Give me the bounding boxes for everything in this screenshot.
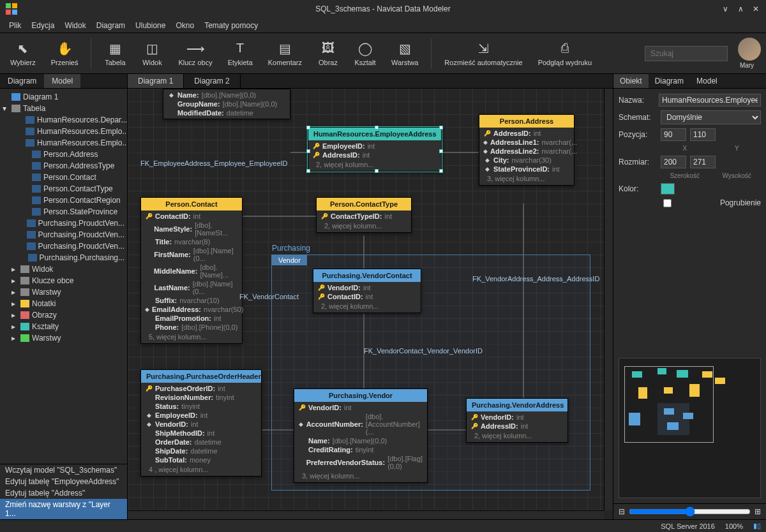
schemat-select[interactable]: Domyślnie — [661, 110, 761, 124]
entity-field[interactable]: NameStyle: [dbo].[NameSt... — [141, 221, 242, 237]
tree-table-item[interactable]: Person.ContactRegion — [0, 195, 127, 206]
entity-poh[interactable]: Purchasing.PurchaseOrderHeader🔑PurchaseO… — [140, 369, 262, 477]
canvas-tab[interactable]: Diagram 2 — [184, 74, 240, 88]
entity-field[interactable]: CreditRating: tinyint — [294, 445, 427, 454]
entity-field[interactable]: OrderDate: datetime — [141, 438, 261, 447]
entity-field[interactable]: 🔑ContactTypeID: int — [317, 212, 411, 221]
entity-vcontact[interactable]: Purchasing.VendorContact🔑VendorID: int🔑C… — [313, 269, 421, 313]
entity-field[interactable]: ShipMethodID: int — [141, 429, 261, 438]
size-h-input[interactable] — [690, 156, 716, 168]
menu-diagram[interactable]: Diagram — [93, 20, 129, 31]
entity-field[interactable]: Phone: [dbo].[Phone](0,0) — [141, 323, 242, 332]
entity-field[interactable]: Name: [dbo].[Name](0,0) — [294, 436, 427, 445]
more-columns[interactable]: 5, więcej kolumn... — [141, 332, 242, 342]
tree-table-item[interactable]: Purchasing.Purchasing... — [0, 252, 127, 263]
entity-field[interactable]: GroupName: [dbo].[Name](0,0) — [163, 100, 290, 108]
more-columns[interactable]: 2, więcej kolumn... — [467, 431, 567, 441]
tool-print[interactable]: ⎙Podgląd wydruku — [533, 38, 597, 69]
tree-shape[interactable]: ▸Kształty — [0, 321, 127, 332]
tree-tabela-folder[interactable]: ▾Tabela — [0, 103, 127, 114]
tool-hand[interactable]: ✋Przenieś — [46, 38, 84, 69]
zoom-out-icon[interactable]: ⊟ — [619, 507, 625, 516]
entity-field[interactable]: ◆EmailAddress: nvarchar(50) — [141, 305, 242, 314]
more-columns[interactable]: 4 , więcej kolumn... — [141, 464, 261, 475]
tree-table-item[interactable]: Purchasing.ProudctVen... — [0, 240, 127, 252]
entity-field[interactable]: SubTotal: money — [141, 455, 261, 464]
tool-view[interactable]: ◫Widok — [136, 38, 168, 69]
tool-shape[interactable]: ◯Kształt — [349, 38, 381, 69]
model-tree[interactable]: Diagram 1▾TabelaHumanResources.Depar...H… — [0, 89, 127, 464]
tool-cursor[interactable]: ⬉Wybierz — [5, 38, 41, 69]
diagram-canvas[interactable]: Purchasing Vendor ◆Name: [dbo].[Name](0,… — [128, 89, 613, 519]
entity-header[interactable]: Purchasing.VendorAddress — [467, 399, 567, 411]
tree-table-item[interactable]: Person.Address — [0, 149, 127, 160]
entity-ctype[interactable]: Person.ContactType🔑ContactTypeID: int2, … — [316, 197, 412, 233]
tree-table-item[interactable]: Purchasing.ProudctVen... — [0, 218, 127, 229]
menu-plik[interactable]: Plik — [5, 20, 25, 31]
tree-view[interactable]: ▸Widok — [0, 263, 127, 275]
entity-dept[interactable]: ◆Name: [dbo].[Name](0,0)GroupName: [dbo]… — [163, 89, 290, 119]
history-list[interactable]: Wczytaj model "SQL_3schemas"Edytuj tabel… — [0, 464, 127, 519]
resize-handle[interactable] — [439, 149, 443, 153]
entity-field[interactable]: 🔑VendorID: int — [294, 403, 427, 412]
tree-table-item[interactable]: HumanResources.Emplo... — [0, 126, 127, 137]
minimap-viewport[interactable] — [624, 366, 714, 443]
left-tab-model[interactable]: Model — [44, 74, 80, 88]
tree-fk[interactable]: ▸Klucze obce — [0, 275, 127, 286]
entity-field[interactable]: ◆VendorID: int — [141, 420, 261, 429]
prop-tab-diagram[interactable]: Diagram — [649, 74, 690, 88]
prop-tab-model[interactable]: Model — [690, 74, 724, 88]
tree-table-item[interactable]: Purchasing.ProudctVen... — [0, 229, 127, 240]
size-w-input[interactable] — [661, 156, 686, 168]
tree-layer2[interactable]: ▸Warstwy — [0, 332, 127, 344]
more-columns[interactable]: 2, więcej kolumn... — [313, 301, 421, 311]
canvas-tab[interactable]: Diagram 1 — [128, 74, 184, 88]
tool-fk[interactable]: ⟶Klucz obcy — [173, 38, 217, 69]
entity-header[interactable]: Purchasing.PurchaseOrderHeader — [141, 370, 261, 383]
entity-addr[interactable]: Person.Address🔑AddressID: int◆AddressLin… — [479, 114, 574, 186]
tree-note[interactable]: ▸Notatki — [0, 298, 127, 309]
entity-header[interactable]: Person.Address — [479, 115, 574, 128]
entity-field[interactable]: ◆AddressLine1: nvarchar(... — [479, 138, 574, 147]
entity-field[interactable]: 🔑AddressID: int — [479, 129, 574, 138]
more-columns[interactable]: 3, więcej kolumn... — [479, 174, 574, 184]
entity-header[interactable]: Purchasing.VendorContact — [313, 269, 421, 282]
more-columns[interactable]: 3, więcej kolumn... — [294, 471, 427, 481]
menu-ulubione[interactable]: Ulubione — [131, 20, 169, 31]
history-item[interactable]: Wczytaj model "SQL_3schemas" — [0, 464, 127, 476]
horizontal-scrollbar[interactable] — [128, 510, 604, 519]
resize-handle[interactable] — [439, 126, 443, 129]
entity-field[interactable]: RevisionNumber: tinyint — [141, 393, 261, 402]
entity-header[interactable]: Person.ContactType — [317, 198, 411, 211]
entity-field[interactable]: 🔑ContactID: int — [141, 212, 242, 221]
entity-header[interactable]: Purchasing.Vendor — [294, 389, 427, 402]
entity-field[interactable]: Status: tinyint — [141, 402, 261, 411]
entity-field[interactable]: ShipDate: datetime — [141, 447, 261, 455]
tree-table-item[interactable]: HumanResources.Depar... — [0, 114, 127, 126]
resize-handle[interactable] — [306, 169, 310, 173]
tree-diagram-root[interactable]: Diagram 1 — [0, 91, 127, 103]
resize-handle[interactable] — [306, 126, 310, 129]
layer-tab[interactable]: Vendor — [272, 255, 307, 265]
tree-table-item[interactable]: HumanResources.Emplo... — [0, 137, 127, 149]
tree-image[interactable]: ▸Obrazy — [0, 309, 127, 321]
entity-field[interactable]: 🔑VendorID: int — [313, 283, 421, 292]
more-columns[interactable]: 2, więcej kolumn... — [308, 159, 441, 170]
entity-field[interactable]: 🔑VendorID: int — [467, 413, 567, 422]
tree-table-item[interactable]: Person.Contact — [0, 172, 127, 183]
tree-table-item[interactable]: Person.ContactType — [0, 183, 127, 195]
zoom-slider[interactable] — [629, 506, 751, 517]
color-swatch[interactable] — [661, 183, 675, 195]
entity-vaddr[interactable]: Purchasing.VendorAddress🔑VendorID: int🔑A… — [466, 398, 568, 443]
entity-field[interactable]: ModifiedDate: datetime — [163, 108, 290, 117]
bold-checkbox[interactable] — [619, 199, 716, 207]
entity-field[interactable]: ◆City: nvarchar(30) — [479, 156, 574, 165]
entity-field[interactable]: ◆Name: [dbo].[Name](0,0) — [163, 91, 290, 100]
entity-field[interactable]: 🔑PurchaseOrderID: int — [141, 384, 261, 393]
entity-vendor[interactable]: Purchasing.Vendor🔑VendorID: int◆AccountN… — [294, 388, 428, 483]
search-input[interactable] — [645, 46, 728, 61]
entity-field[interactable]: ◆AddressLine2: nvarchar(... — [479, 147, 574, 156]
nazwa-input[interactable] — [659, 94, 761, 107]
minimap[interactable] — [619, 358, 761, 498]
entity-field[interactable]: FirstName: [dbo].[Name](0... — [141, 246, 242, 263]
